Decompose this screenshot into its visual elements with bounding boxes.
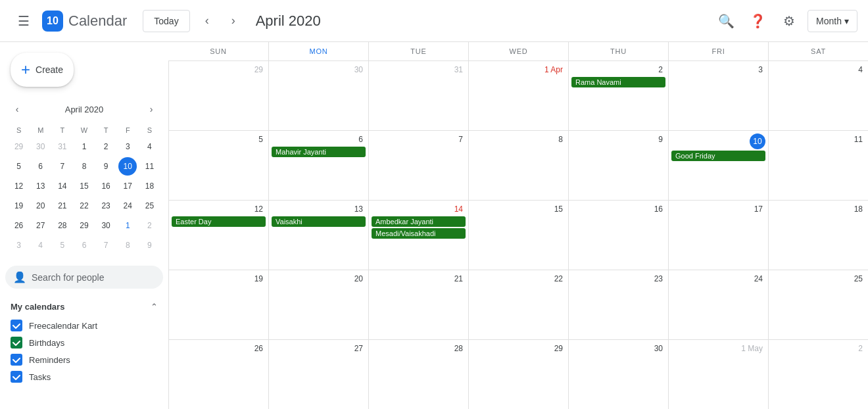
event-ambedkar-jayanti[interactable]: Ambedkar Jayanti xyxy=(372,216,466,227)
day-cell-may1[interactable]: 1 May xyxy=(668,340,768,409)
event-good-friday[interactable]: Good Friday xyxy=(671,151,765,161)
mini-day[interactable]: 24 xyxy=(118,197,137,215)
mini-day[interactable]: 1 xyxy=(118,216,137,235)
mini-day[interactable]: 3 xyxy=(118,137,137,156)
mini-day[interactable]: 14 xyxy=(53,177,72,195)
mini-day[interactable]: 9 xyxy=(140,236,158,254)
mini-day[interactable]: 21 xyxy=(53,197,72,215)
mini-day[interactable]: 31 xyxy=(53,137,72,156)
day-cell-apr10[interactable]: 10 Good Friday xyxy=(668,131,768,200)
day-cell-apr11[interactable]: 11 xyxy=(768,131,868,200)
calendar-item-reminders[interactable]: Reminders xyxy=(11,351,158,368)
event-easter-day[interactable]: Easter Day xyxy=(172,216,266,227)
calendar-checkbox-reminders[interactable] xyxy=(11,354,22,366)
day-cell-apr13[interactable]: 13 Vaisakhi xyxy=(268,201,368,270)
mini-day[interactable]: 12 xyxy=(10,177,28,195)
mini-day[interactable]: 6 xyxy=(75,236,93,254)
next-button[interactable]: › xyxy=(222,9,245,33)
search-people-input[interactable] xyxy=(32,272,155,283)
day-cell-apr4[interactable]: 4 xyxy=(768,61,868,130)
day-cell-mar29[interactable]: 29 xyxy=(168,61,268,130)
view-selector[interactable]: Month ▾ xyxy=(808,10,857,32)
mini-day[interactable]: 3 xyxy=(10,236,28,254)
event-vaisakhi[interactable]: Vaisakhi xyxy=(272,216,366,227)
mini-day[interactable]: 27 xyxy=(32,216,50,235)
mini-day[interactable]: 4 xyxy=(32,236,50,254)
prev-button[interactable]: ‹ xyxy=(195,9,219,33)
search-button[interactable]: 🔍 xyxy=(713,8,739,34)
day-cell-apr15[interactable]: 15 xyxy=(468,201,568,270)
menu-button[interactable]: ☰ xyxy=(11,8,37,34)
mini-day[interactable]: 29 xyxy=(75,216,93,235)
mini-day[interactable]: 2 xyxy=(140,216,158,235)
day-cell-apr26[interactable]: 26 xyxy=(168,340,268,409)
day-cell-apr23[interactable]: 23 xyxy=(568,270,668,339)
mini-day[interactable]: 8 xyxy=(118,236,137,254)
day-cell-apr22[interactable]: 22 xyxy=(468,270,568,339)
mini-day[interactable]: 28 xyxy=(53,216,72,235)
mini-day[interactable]: 19 xyxy=(10,197,28,215)
day-cell-apr24[interactable]: 24 xyxy=(668,270,768,339)
mini-day[interactable]: 15 xyxy=(75,177,93,195)
today-button[interactable]: Today xyxy=(143,10,189,32)
calendar-item-freecalendar[interactable]: Freecalendar Kart xyxy=(11,317,158,334)
day-cell-apr9[interactable]: 9 xyxy=(568,131,668,200)
mini-day[interactable]: 29 xyxy=(10,137,28,156)
mini-day[interactable]: 5 xyxy=(53,236,72,254)
calendar-checkbox-birthdays[interactable] xyxy=(11,337,22,349)
mini-day[interactable]: 7 xyxy=(53,157,72,176)
mini-day[interactable]: 11 xyxy=(140,157,158,176)
mini-day[interactable]: 26 xyxy=(10,216,28,235)
help-button[interactable]: ❓ xyxy=(744,8,771,34)
event-rama-navami[interactable]: Rama Navami xyxy=(571,77,665,87)
day-cell-apr7[interactable]: 7 xyxy=(368,131,468,200)
mini-day[interactable]: 22 xyxy=(75,197,93,215)
day-cell-apr1[interactable]: 1 Apr xyxy=(468,61,568,130)
day-cell-apr5[interactable]: 5 xyxy=(168,131,268,200)
event-mesadi-vaisakhadi[interactable]: Mesadi/Vaisakhadi xyxy=(372,228,466,239)
day-cell-may2[interactable]: 2 xyxy=(768,340,868,409)
mini-day[interactable]: 5 xyxy=(10,157,28,176)
mini-day[interactable]: 9 xyxy=(97,157,115,176)
mini-day[interactable]: 1 xyxy=(75,137,93,156)
calendar-checkbox-tasks[interactable] xyxy=(11,371,22,383)
day-cell-apr28[interactable]: 28 xyxy=(368,340,468,409)
calendar-checkbox-freecalendar[interactable] xyxy=(11,320,22,331)
day-cell-apr21[interactable]: 21 xyxy=(368,270,468,339)
mini-prev-button[interactable]: ‹ xyxy=(8,100,26,118)
day-cell-apr14[interactable]: 14 Ambedkar Jayanti Mesadi/Vaisakhadi xyxy=(368,201,468,270)
day-cell-apr2[interactable]: 2 Rama Navami xyxy=(568,61,668,130)
day-cell-apr12[interactable]: 12 Easter Day xyxy=(168,201,268,270)
mini-day[interactable]: 20 xyxy=(32,197,50,215)
mini-day[interactable]: 17 xyxy=(118,177,137,195)
create-button[interactable]: + Create xyxy=(11,53,74,87)
search-people-box[interactable]: 👤 xyxy=(5,266,163,289)
calendar-item-tasks[interactable]: Tasks xyxy=(11,368,158,385)
mini-day[interactable]: 30 xyxy=(32,137,50,156)
day-cell-apr18[interactable]: 18 xyxy=(768,201,868,270)
calendar-item-birthdays[interactable]: Birthdays xyxy=(11,334,158,351)
day-cell-apr8[interactable]: 8 xyxy=(468,131,568,200)
mini-day[interactable]: 2 xyxy=(97,137,115,156)
day-cell-apr25[interactable]: 25 xyxy=(768,270,868,339)
day-cell-apr27[interactable]: 27 xyxy=(268,340,368,409)
day-cell-apr29[interactable]: 29 xyxy=(468,340,568,409)
mini-day[interactable]: 8 xyxy=(75,157,93,176)
mini-day[interactable]: 4 xyxy=(140,137,158,156)
day-cell-apr17[interactable]: 17 xyxy=(668,201,768,270)
mini-next-button[interactable]: › xyxy=(142,100,160,118)
chevron-up-icon[interactable]: ⌃ xyxy=(151,302,158,312)
day-cell-apr16[interactable]: 16 xyxy=(568,201,668,270)
mini-day[interactable]: 23 xyxy=(97,197,115,215)
mini-day[interactable]: 16 xyxy=(97,177,115,195)
day-cell-apr20[interactable]: 20 xyxy=(268,270,368,339)
event-mahavir-jayanti[interactable]: Mahavir Jayanti xyxy=(272,147,366,157)
day-cell-apr3[interactable]: 3 xyxy=(668,61,768,130)
settings-button[interactable]: ⚙ xyxy=(776,8,802,34)
mini-day[interactable]: 18 xyxy=(140,177,158,195)
mini-day[interactable]: 6 xyxy=(32,157,50,176)
day-cell-apr6[interactable]: 6 Mahavir Jayanti xyxy=(268,131,368,200)
day-cell-mar30[interactable]: 30 xyxy=(268,61,368,130)
mini-day[interactable]: 30 xyxy=(97,216,115,235)
day-cell-apr19[interactable]: 19 xyxy=(168,270,268,339)
